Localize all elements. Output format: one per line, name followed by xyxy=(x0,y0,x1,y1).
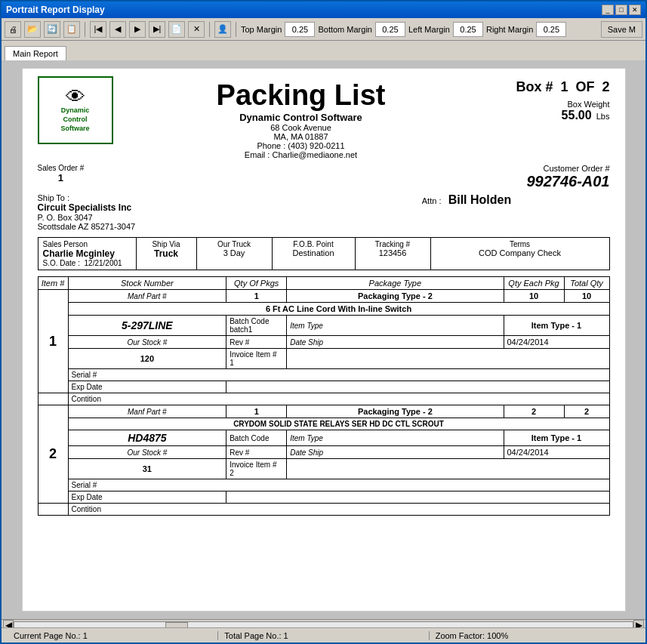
item-row-2-part: HD4875 Batch Code Item Type Item Type - … xyxy=(38,430,609,446)
company-logo: 👁 Dynamic Control Software xyxy=(38,76,113,144)
item-row-2-expiry: Exp Date xyxy=(38,491,609,504)
attn-section: Attn : Bill Holden xyxy=(324,193,610,231)
col-stock-number: Stock Number xyxy=(68,277,226,290)
report-button[interactable]: 📋 xyxy=(63,21,80,38)
report-paper: 👁 Dynamic Control Software Packing List … xyxy=(22,68,626,612)
item-row-1-desc: 6 Ft AC Line Cord With In-line Switch xyxy=(38,303,609,316)
sales-order-section: Sales Order # 1 xyxy=(38,164,85,190)
box-weight-area: Box Weight 55.00 Lbs xyxy=(474,100,610,122)
item-row-1-stockval: 120 Invoice Item # 1 xyxy=(38,349,609,369)
item-row-1-serial: Serial # xyxy=(38,369,609,381)
right-margin-input[interactable] xyxy=(536,22,566,37)
scroll-track[interactable] xyxy=(14,621,633,628)
last-button[interactable]: ▶| xyxy=(149,21,165,38)
next-button[interactable]: ▶ xyxy=(129,21,146,38)
close2-button[interactable]: ✕ xyxy=(188,21,205,38)
person-button[interactable]: 👤 xyxy=(214,21,231,38)
left-margin-label: Left Margin xyxy=(408,25,450,34)
top-margin-label: Top Margin xyxy=(241,25,282,34)
scroll-thumb[interactable] xyxy=(165,622,188,628)
open-button[interactable]: 📂 xyxy=(24,21,41,38)
company-address2: MA, MA 01887 xyxy=(128,132,474,141)
item-row-1-condition: Contition xyxy=(38,393,609,405)
item-row-2-condition: Contition xyxy=(38,504,609,516)
current-page-status: Current Page No.: 1 xyxy=(8,631,218,640)
close-button[interactable]: ✕ xyxy=(629,5,641,15)
export-button[interactable]: 📄 xyxy=(168,21,185,38)
item-row-2-serial: Serial # xyxy=(38,479,609,491)
customer-order-section: Customer Order # 992746-A01 xyxy=(526,164,609,190)
total-page-status: Total Page No.: 1 xyxy=(218,631,429,640)
company-address1: 68 Cook Avenue xyxy=(128,123,474,132)
main-window: Portrait Report Display _ □ ✕ 🖨 📂 🔄 📋 |◀… xyxy=(0,0,647,644)
right-margin-label: Right Margin xyxy=(486,25,533,34)
company-name: Dynamic Control Software xyxy=(128,112,474,123)
prev-button[interactable]: ◀ xyxy=(109,21,126,38)
item-row-1: 1 Manf Part # 1 Packaging Type - 2 10 10 xyxy=(38,290,609,303)
item-row-2: 2 Manf Part # 1 Packaging Type - 2 2 2 xyxy=(38,405,609,418)
scroll-left-button[interactable]: ◀ xyxy=(3,620,14,628)
tab-bar: Main Report xyxy=(2,41,645,60)
col-total-qty: Total Qty xyxy=(564,277,609,290)
minimize-button[interactable]: _ xyxy=(602,5,614,15)
company-email: Email : Charlie@mediaone.net xyxy=(128,150,474,159)
first-button[interactable]: |◀ xyxy=(90,21,106,38)
item-row-2-stockval: 31 Invoice Item # 2 xyxy=(38,459,609,479)
separator xyxy=(85,22,85,37)
col-package-type: Package Type xyxy=(287,277,504,290)
zoom-status: Zoom Factor: 100% xyxy=(430,631,639,640)
bottom-margin-label: Bottom Margin xyxy=(318,25,372,34)
col-qty-pkgs: Qty Of Pkgs xyxy=(226,277,287,290)
item-row-2-desc: CRYDOM SOLID STATE RELAYS SER HD DC CTL … xyxy=(38,418,609,430)
logo-text: Dynamic Control Software xyxy=(60,106,89,133)
window-title: Portrait Report Display xyxy=(6,5,105,15)
separator2 xyxy=(209,22,210,37)
items-table: Item # Stock Number Qty Of Pkgs Package … xyxy=(38,276,610,516)
item-row-2-stock: Our Stock # Rev # Date Ship 04/24/2014 xyxy=(38,446,609,459)
details-table: Sales Person Charlie Mcginley S.O. Date … xyxy=(38,237,610,270)
title-bar: Portrait Report Display _ □ ✕ xyxy=(2,2,645,18)
scroll-right-button[interactable]: ▶ xyxy=(633,620,644,628)
left-margin-input[interactable] xyxy=(453,22,483,37)
main-report-tab[interactable]: Main Report xyxy=(5,46,66,60)
top-margin-input[interactable] xyxy=(285,22,315,37)
content-area[interactable]: 👁 Dynamic Control Software Packing List … xyxy=(2,60,645,627)
box-number-area: Box # 1 OF 2 xyxy=(474,79,610,95)
company-phone: Phone : (403) 920-0211 xyxy=(128,141,474,150)
report-title: Packing List xyxy=(128,79,474,112)
save-margins-button[interactable]: Save M xyxy=(601,21,642,38)
toolbar: 🖨 📂 🔄 📋 |◀ ◀ ▶ ▶| 📄 ✕ 👤 Top Margin Botto… xyxy=(2,18,645,41)
item-row-1-stock: Our Stock # Rev # Date Ship 04/24/2014 xyxy=(38,336,609,349)
col-qty-each-pkg: Qty Each Pkg xyxy=(504,277,564,290)
new-button[interactable]: 🖨 xyxy=(5,21,21,38)
item-row-1-expiry: Exp Date xyxy=(38,381,609,393)
status-bar: Current Page No.: 1 Total Page No.: 1 Zo… xyxy=(2,627,645,642)
separator3 xyxy=(236,22,236,37)
ship-to-section: Ship To : Circuit Specialists Inc P. O. … xyxy=(38,193,324,231)
window-controls: _ □ ✕ xyxy=(602,5,641,15)
bottom-margin-input[interactable] xyxy=(375,22,405,37)
refresh-button[interactable]: 🔄 xyxy=(44,21,60,38)
maximize-button[interactable]: □ xyxy=(615,5,627,15)
item-row-1-part: 5-297LINE Batch Code batch1 Item Type It… xyxy=(38,316,609,336)
col-item-num: Item # xyxy=(38,277,68,290)
horizontal-scrollbar[interactable]: ◀ ▶ xyxy=(2,619,645,627)
